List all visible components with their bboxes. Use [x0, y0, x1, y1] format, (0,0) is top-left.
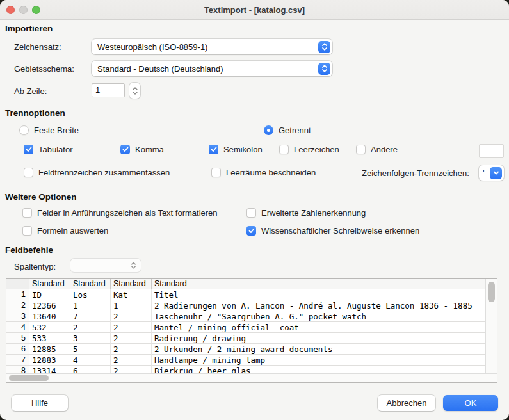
- checkbox-andere[interactable]: Andere: [356, 144, 398, 154]
- checkmark-icon: [279, 145, 289, 154]
- locale-label: Gebietsschema:: [14, 64, 74, 74]
- column-header-cell: Standard: [152, 279, 485, 289]
- radio-feste-breite[interactable]: Feste Breite: [19, 125, 79, 135]
- column-header-cell: Standard: [29, 279, 70, 289]
- table-cell: Handlampe / mining lamp: [152, 355, 485, 366]
- checkbox-tabulator[interactable]: Tabulator: [24, 144, 72, 154]
- table-row[interactable]: 212366112 Radierungen von A. Lancon - An…: [6, 300, 485, 311]
- radio-getrennt[interactable]: Getrennt: [264, 125, 311, 135]
- title-bar[interactable]: Textimport - [katalog.csv]: [0, 0, 509, 20]
- table-cell: 12885: [29, 344, 70, 355]
- table-cell: Mantel / mining official coat: [152, 322, 485, 333]
- table-cell: Bierkrug / beer glas: [152, 366, 485, 373]
- table-cell: 533: [29, 333, 70, 344]
- charset-value: Westeuropäisch (ISO-8859-1): [92, 42, 318, 52]
- checkmark-icon: [246, 208, 256, 218]
- section-importieren: Importieren: [5, 24, 53, 33]
- table-cell: 3: [6, 311, 29, 322]
- table-cell: Radierung / drawing: [152, 333, 485, 344]
- table-cell: Taschenuhr / "Saargruben A. G." pocket w…: [152, 311, 485, 322]
- table-cell: 2: [111, 344, 152, 355]
- preview-table-body: StandardStandardStandardStandard1IDLosKa…: [6, 279, 485, 373]
- table-cell: Kat: [111, 289, 152, 300]
- charset-label: Zeichensatz:: [14, 42, 61, 52]
- table-cell: 2 Urkunden / 2 mining award documents: [152, 344, 485, 355]
- string-delimiter-combo[interactable]: ': [479, 165, 504, 181]
- table-row[interactable]: 1IDLosKatTitel: [6, 289, 485, 300]
- checkbox-feldtrennzeichen-zusammenfassen[interactable]: Feldtrennzeichen zusammenfassen: [24, 167, 170, 177]
- window-title: Textimport - [katalog.csv]: [204, 5, 305, 15]
- other-separator-input[interactable]: [479, 144, 504, 158]
- table-cell: 6: [70, 366, 111, 373]
- checkbox-felder-als-text[interactable]: Felder in Anführungszeichen als Text for…: [22, 207, 218, 218]
- table-cell: 13640: [29, 311, 70, 322]
- table-row[interactable]: 81331462Bierkrug / beer glas: [6, 366, 485, 373]
- section-weitere-optionen: Weitere Optionen: [5, 192, 77, 202]
- checkmark-icon: [209, 145, 218, 154]
- chevron-down-icon: [490, 167, 502, 179]
- table-cell: 4: [6, 322, 29, 333]
- checkmark-icon: [211, 168, 221, 177]
- minimize-icon[interactable]: [19, 6, 28, 14]
- checkmark-icon: [246, 226, 256, 236]
- updown-chevrons-icon: [132, 86, 138, 96]
- table-cell: 12883: [29, 355, 70, 366]
- horizontal-scrollbar-thumb[interactable]: [9, 375, 49, 381]
- table-cell: 532: [29, 322, 70, 333]
- updown-chevrons-icon: [129, 261, 138, 270]
- table-row[interactable]: 612885522 Urkunden / 2 mining award docu…: [6, 344, 485, 355]
- vertical-scrollbar-thumb[interactable]: [488, 282, 495, 302]
- updown-chevrons-icon: [318, 41, 330, 53]
- checkbox-semikolon[interactable]: Semikolon: [209, 144, 263, 154]
- ok-button[interactable]: OK: [443, 395, 498, 411]
- table-row[interactable]: 71288342Handlampe / mining lamp: [6, 355, 485, 366]
- checkmark-icon: [356, 145, 366, 154]
- vertical-scrollbar[interactable]: [485, 279, 497, 373]
- table-row[interactable]: 553332Radierung / drawing: [6, 333, 485, 344]
- table-cell: Los: [70, 289, 111, 300]
- table-cell: 2: [111, 311, 152, 322]
- updown-chevrons-icon: [318, 63, 330, 75]
- checkmark-icon: [24, 168, 33, 177]
- table-cell: 2: [6, 300, 29, 311]
- column-type-select[interactable]: [70, 259, 141, 272]
- checkbox-wissenschaftliche-schreibweise[interactable]: Wissenschaftlicher Schreibweise erkennen: [246, 225, 419, 236]
- textimport-dialog: Textimport - [katalog.csv] Importieren Z…: [0, 0, 509, 420]
- table-cell: 1: [111, 300, 152, 311]
- string-delimiter-value: ': [479, 168, 490, 178]
- string-delimiter-label: Zeichenfolgen-Trennzeichen:: [362, 168, 469, 178]
- table-row[interactable]: 31364072Taschenuhr / "Saargruben A. G." …: [6, 311, 485, 322]
- radio-icon: [264, 125, 273, 135]
- charset-select[interactable]: Westeuropäisch (ISO-8859-1): [92, 39, 332, 54]
- table-header-row: StandardStandardStandardStandard: [6, 279, 485, 289]
- checkmark-icon: [22, 226, 32, 236]
- checkbox-formeln-auswerten[interactable]: Formeln auswerten: [22, 225, 108, 236]
- close-icon[interactable]: [6, 6, 15, 14]
- table-cell: 2 Radierungen von A. Lancon - André al. …: [152, 300, 485, 311]
- table-row[interactable]: 453222Mantel / mining official coat: [6, 322, 485, 333]
- from-row-label: Ab Zeile:: [14, 86, 47, 96]
- cancel-button[interactable]: Abbrechen: [378, 395, 435, 411]
- table-cell: 8: [6, 366, 29, 373]
- column-header-cell: Standard: [70, 279, 111, 289]
- column-type-label: Spaltentyp:: [14, 262, 56, 271]
- column-header-cell: [6, 279, 29, 289]
- horizontal-scrollbar[interactable]: [6, 373, 497, 382]
- table-cell: 7: [70, 311, 111, 322]
- checkmark-icon: [22, 208, 32, 218]
- checkbox-leerraeume-beschneiden[interactable]: Leerräume beschneiden: [211, 167, 316, 177]
- checkbox-komma[interactable]: Komma: [120, 144, 164, 154]
- table-cell: 4: [70, 355, 111, 366]
- table-cell: Titel: [152, 289, 485, 300]
- checkbox-erweiterte-zahlenerkennung[interactable]: Erweiterte Zahlenerkennung: [246, 207, 366, 218]
- checkbox-leerzeichen[interactable]: Leerzeichen: [279, 144, 339, 154]
- zoom-icon[interactable]: [32, 6, 40, 14]
- locale-select[interactable]: Standard - Deutsch (Deutschland): [92, 61, 332, 76]
- from-row-stepper[interactable]: [129, 83, 140, 99]
- checkmark-icon: [24, 145, 33, 154]
- locale-value: Standard - Deutsch (Deutschland): [92, 64, 318, 74]
- help-button[interactable]: Hilfe: [12, 395, 68, 411]
- table-cell: 13314: [29, 366, 70, 373]
- table-cell: 2: [111, 333, 152, 344]
- from-row-input[interactable]: 1: [92, 83, 125, 97]
